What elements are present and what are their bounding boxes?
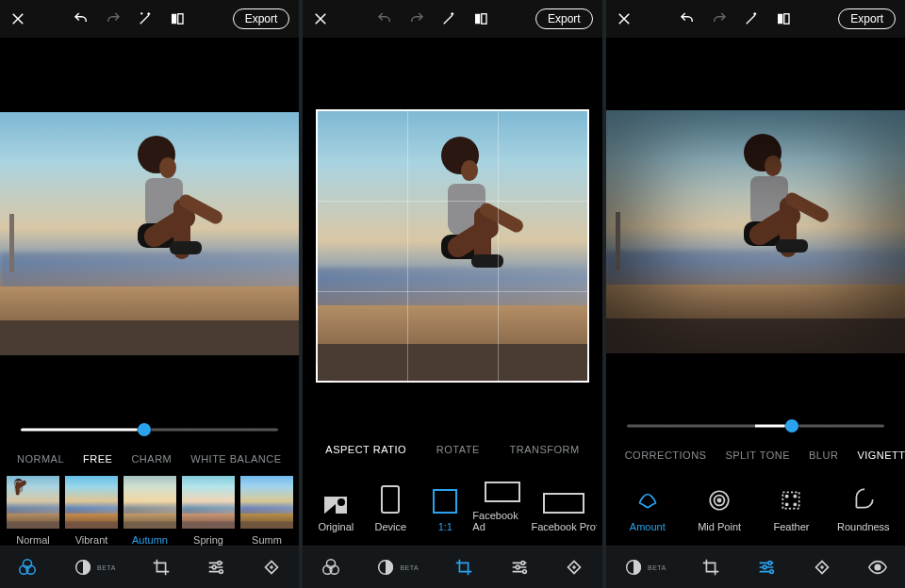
svg-rect-11 (481, 14, 485, 24)
close-icon[interactable] (312, 10, 329, 27)
svg-point-24 (718, 498, 721, 501)
tab-normal[interactable]: NORMAL (11, 449, 70, 468)
preset-label: Normal (16, 534, 49, 546)
tab-blur[interactable]: BLUR (803, 446, 844, 465)
close-icon[interactable] (616, 10, 633, 27)
image-canvas[interactable] (0, 38, 299, 406)
aspect-label: Device (375, 521, 407, 532)
crop-handle-br[interactable] (572, 366, 589, 383)
tool-filters-icon[interactable]: BETA (623, 557, 666, 578)
aspect-facebook-ad[interactable]: Facebook Ad (472, 482, 532, 532)
tool-crop-icon[interactable] (453, 557, 474, 578)
adjust-tabs: CORRECTIONS SPLIT TONE BLUR VIGNETTE (606, 440, 905, 470)
vignette-slider[interactable] (606, 402, 905, 440)
tab-vignette[interactable]: VIGNETTE (851, 446, 905, 465)
crop-handle-tl[interactable] (316, 109, 333, 126)
preset-strip[interactable]: Normal Vibrant Autumn Spring Summ (0, 476, 299, 546)
tool-heal-icon[interactable] (564, 557, 584, 578)
export-button[interactable]: Export (535, 8, 593, 29)
compare-icon[interactable] (169, 10, 186, 27)
svg-point-27 (795, 496, 797, 498)
bottom-toolbar: BETA (303, 546, 601, 588)
svg-point-32 (764, 565, 767, 569)
undo-icon[interactable] (73, 10, 90, 27)
tool-eye-icon[interactable] (867, 557, 888, 578)
edited-photo (606, 110, 905, 353)
tab-transform[interactable]: TRANSFORM (503, 440, 584, 459)
image-canvas[interactable] (606, 38, 905, 402)
redo-icon[interactable] (105, 10, 122, 27)
preset-spring[interactable]: Spring (179, 476, 238, 546)
redo-icon[interactable] (408, 10, 425, 27)
panel-vignette: Export CORRECTIONS SPLIT TONE BLUR VIGNE… (606, 0, 905, 588)
tool-heal-icon[interactable] (261, 557, 282, 578)
export-button[interactable]: Export (838, 8, 896, 29)
amount-icon (634, 487, 661, 514)
tab-free[interactable]: FREE (77, 449, 118, 468)
roundness-icon (850, 487, 877, 514)
magic-wand-icon[interactable] (743, 10, 760, 27)
tool-looks-icon[interactable] (17, 557, 38, 578)
svg-point-29 (795, 503, 797, 505)
aspect-device[interactable]: Device (363, 485, 418, 532)
tab-rotate[interactable]: ROTATE (431, 440, 485, 459)
svg-point-6 (218, 562, 222, 565)
svg-point-33 (770, 570, 774, 574)
intensity-slider[interactable] (0, 406, 299, 444)
tool-crop-icon[interactable] (151, 557, 172, 578)
crop-photo[interactable] (316, 109, 589, 383)
tab-charm[interactable]: CHARM (125, 449, 177, 468)
close-icon[interactable] (9, 10, 26, 27)
tool-crop-icon[interactable] (700, 557, 721, 578)
compare-icon[interactable] (472, 10, 489, 27)
tab-corrections[interactable]: CORRECTIONS (619, 446, 713, 465)
image-canvas[interactable] (303, 38, 601, 431)
magic-wand-icon[interactable] (137, 10, 154, 27)
control-roundness[interactable]: Roundness (836, 487, 891, 532)
compare-icon[interactable] (775, 10, 792, 27)
preset-label: Summ (252, 534, 282, 546)
beta-badge: BETA (97, 564, 116, 571)
panel-looks: Export NORMAL FREE CHARM WHITE BALANCE B… (0, 0, 299, 588)
tool-adjust-icon[interactable] (509, 557, 530, 578)
vignette-controls: Amount Mid Point Feather Roundness (606, 470, 905, 546)
top-bar: Export (606, 0, 905, 38)
preset-normal[interactable]: Normal (4, 476, 62, 546)
beta-badge: BETA (400, 564, 419, 571)
tool-looks-icon[interactable] (321, 557, 341, 578)
tab-more[interactable]: BL (295, 449, 300, 468)
control-midpoint[interactable]: Mid Point (692, 487, 747, 532)
preset-vibrant[interactable]: Vibrant (62, 476, 121, 546)
crop-frame[interactable] (316, 109, 589, 383)
undo-icon[interactable] (376, 10, 393, 27)
tab-split-tone[interactable]: SPLIT TONE (719, 446, 796, 465)
svg-rect-10 (475, 14, 480, 24)
tool-adjust-icon[interactable] (756, 557, 777, 578)
tab-white-balance[interactable]: WHITE BALANCE (185, 449, 287, 468)
magic-wand-icon[interactable] (440, 10, 457, 27)
tool-heal-icon[interactable] (812, 557, 832, 578)
control-feather[interactable]: Feather (764, 487, 818, 532)
svg-point-16 (520, 562, 524, 565)
tool-filters-icon[interactable]: BETA (73, 557, 116, 578)
aspect-original[interactable]: Original (308, 497, 363, 532)
tab-aspect-ratio[interactable]: ASPECT RATIO (320, 440, 412, 459)
export-button[interactable]: Export (233, 8, 290, 29)
aspect-label: 1:1 (438, 521, 452, 532)
preset-autumn[interactable]: Autumn (121, 476, 179, 546)
crop-handle-tr[interactable] (572, 109, 589, 126)
redo-icon[interactable] (711, 10, 728, 27)
undo-icon[interactable] (679, 10, 696, 27)
preset-label: Spring (193, 534, 223, 546)
aspect-facebook-profile[interactable]: Facebook Profile (532, 493, 597, 532)
svg-rect-20 (778, 14, 782, 24)
aspect-1-1[interactable]: 1:1 (418, 489, 472, 532)
bottom-toolbar: BETA (0, 546, 299, 588)
svg-point-35 (875, 564, 880, 570)
control-label: Roundness (837, 521, 890, 532)
tool-filters-icon[interactable]: BETA (375, 557, 419, 578)
tool-adjust-icon[interactable] (206, 557, 226, 578)
control-amount[interactable]: Amount (620, 487, 675, 532)
preset-summer[interactable]: Summ (238, 476, 296, 546)
crop-handle-bl[interactable] (316, 366, 333, 383)
